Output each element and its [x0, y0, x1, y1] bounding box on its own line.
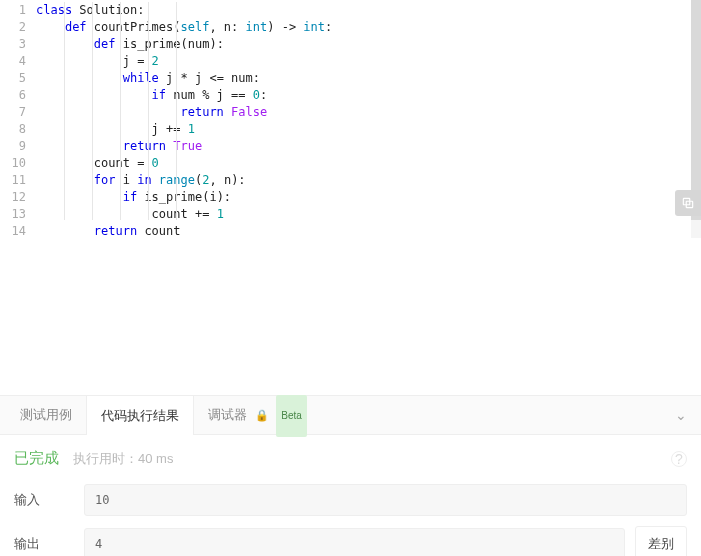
- code-editor[interactable]: 1234567891011121314 class Solution: def …: [0, 0, 701, 245]
- help-icon[interactable]: ?: [671, 451, 687, 467]
- line-number: 6: [0, 87, 26, 104]
- output-row: 输出 4 差别: [14, 526, 687, 556]
- line-number: 1: [0, 2, 26, 19]
- line-number: 3: [0, 36, 26, 53]
- copy-button[interactable]: [675, 190, 701, 216]
- tab-debugger-label: 调试器: [208, 407, 247, 422]
- code-line[interactable]: j += 1: [36, 121, 701, 138]
- line-number: 4: [0, 53, 26, 70]
- tabs-bar: 测试用例 代码执行结果 调试器 🔒 Beta ⌄: [0, 395, 701, 435]
- code-line[interactable]: while j * j <= num:: [36, 70, 701, 87]
- scrollbar-thumb[interactable]: [691, 0, 701, 220]
- diff-button[interactable]: 差别: [635, 526, 687, 556]
- line-number: 11: [0, 172, 26, 189]
- output-label: 输出: [14, 535, 84, 553]
- code-line[interactable]: if is_prime(i):: [36, 189, 701, 206]
- input-value[interactable]: 10: [84, 484, 687, 516]
- tab-debugger[interactable]: 调试器 🔒 Beta: [194, 395, 321, 435]
- code-line[interactable]: for i in range(2, n):: [36, 172, 701, 189]
- line-number: 7: [0, 104, 26, 121]
- line-number: 8: [0, 121, 26, 138]
- code-line[interactable]: return False: [36, 104, 701, 121]
- tab-testcase[interactable]: 测试用例: [6, 395, 86, 435]
- code-line[interactable]: if num % j == 0:: [36, 87, 701, 104]
- code-area[interactable]: class Solution: def countPrimes(self, n:…: [36, 0, 701, 240]
- code-line[interactable]: j = 2: [36, 53, 701, 70]
- code-line[interactable]: def is_prime(num):: [36, 36, 701, 53]
- line-number: 12: [0, 189, 26, 206]
- status-row: 已完成 执行用时： 40 ms ?: [14, 449, 687, 468]
- line-number: 14: [0, 223, 26, 240]
- lock-icon: 🔒: [255, 409, 269, 421]
- code-line[interactable]: count += 1: [36, 206, 701, 223]
- line-number: 9: [0, 138, 26, 155]
- status-text: 已完成: [14, 449, 59, 468]
- input-row: 输入 10: [14, 484, 687, 516]
- code-line[interactable]: class Solution:: [36, 2, 701, 19]
- runtime-label: 执行用时：: [73, 450, 138, 468]
- line-number: 2: [0, 19, 26, 36]
- input-label: 输入: [14, 491, 84, 509]
- code-line[interactable]: return True: [36, 138, 701, 155]
- runtime-value: 40 ms: [138, 451, 173, 466]
- copy-icon: [681, 196, 695, 210]
- output-value: 4: [84, 528, 625, 556]
- chevron-down-icon[interactable]: ⌄: [675, 407, 687, 423]
- line-number: 10: [0, 155, 26, 172]
- code-line[interactable]: count = 0: [36, 155, 701, 172]
- line-number: 13: [0, 206, 26, 223]
- line-number: 5: [0, 70, 26, 87]
- code-line[interactable]: def countPrimes(self, n: int) -> int:: [36, 19, 701, 36]
- tab-result[interactable]: 代码执行结果: [86, 395, 194, 435]
- line-gutter: 1234567891011121314: [0, 0, 36, 240]
- code-line[interactable]: return count: [36, 223, 701, 240]
- result-panel: 已完成 执行用时： 40 ms ? 输入 10 输出 4 差别 预期结果 4: [0, 435, 701, 556]
- beta-badge: Beta: [276, 395, 307, 437]
